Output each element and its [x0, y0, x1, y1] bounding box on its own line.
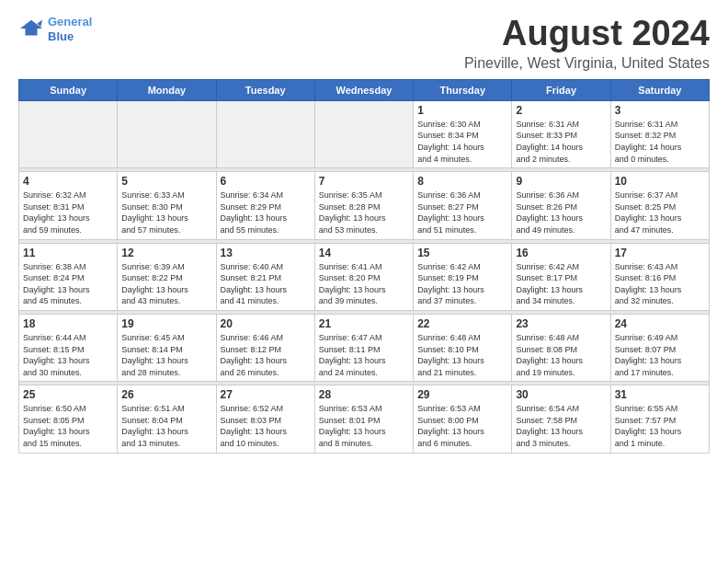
day-info: Sunrise: 6:36 AMSunset: 8:27 PMDaylight:…: [417, 190, 507, 236]
day-info: Sunrise: 6:33 AMSunset: 8:30 PMDaylight:…: [121, 190, 211, 236]
day-number: 17: [615, 247, 705, 259]
calendar-cell: 27Sunrise: 6:52 AMSunset: 8:03 PMDayligh…: [216, 385, 314, 453]
day-info: Sunrise: 6:42 AMSunset: 8:17 PMDaylight:…: [516, 261, 606, 307]
logo-line1: General: [48, 15, 92, 29]
calendar-cell: 19Sunrise: 6:45 AMSunset: 8:14 PMDayligh…: [118, 314, 216, 381]
day-number: 15: [417, 247, 507, 259]
day-number: 6: [221, 175, 311, 188]
page-header: General Blue August 2024 Pineville, West…: [18, 15, 710, 72]
day-number: 21: [319, 317, 409, 330]
logo-bird-icon: [18, 17, 44, 42]
day-info: Sunrise: 6:31 AMSunset: 8:32 PMDaylight:…: [615, 119, 705, 165]
day-number: 5: [121, 175, 211, 188]
calendar-cell: 16Sunrise: 6:42 AMSunset: 8:17 PMDayligh…: [512, 243, 610, 310]
logo-text: General Blue: [48, 15, 92, 43]
calendar-cell: 5Sunrise: 6:33 AMSunset: 8:30 PMDaylight…: [118, 172, 216, 239]
calendar-cell: 30Sunrise: 6:54 AMSunset: 7:58 PMDayligh…: [512, 385, 610, 453]
day-number: 1: [417, 104, 507, 117]
calendar-table: SundayMondayTuesdayWednesdayThursdayFrid…: [18, 79, 710, 454]
day-info: Sunrise: 6:50 AMSunset: 8:05 PMDaylight:…: [23, 403, 113, 449]
day-number: 31: [615, 388, 705, 401]
day-info: Sunrise: 6:32 AMSunset: 8:31 PMDaylight:…: [23, 190, 113, 236]
calendar-cell: 23Sunrise: 6:48 AMSunset: 8:08 PMDayligh…: [512, 314, 610, 381]
calendar-cell: 15Sunrise: 6:42 AMSunset: 8:19 PMDayligh…: [414, 243, 512, 310]
day-info: Sunrise: 6:49 AMSunset: 8:07 PMDaylight:…: [615, 332, 705, 378]
day-number: 9: [516, 175, 606, 188]
weekday-header-saturday: Saturday: [610, 79, 709, 100]
day-number: 3: [615, 104, 705, 117]
calendar-cell: 7Sunrise: 6:35 AMSunset: 8:28 PMDaylight…: [314, 172, 413, 239]
day-info: Sunrise: 6:48 AMSunset: 8:08 PMDaylight:…: [516, 332, 606, 378]
day-info: Sunrise: 6:54 AMSunset: 7:58 PMDaylight:…: [516, 403, 606, 449]
day-info: Sunrise: 6:53 AMSunset: 8:01 PMDaylight:…: [319, 403, 409, 449]
day-info: Sunrise: 6:34 AMSunset: 8:29 PMDaylight:…: [221, 190, 311, 236]
day-number: 28: [319, 388, 409, 401]
calendar-cell: 28Sunrise: 6:53 AMSunset: 8:01 PMDayligh…: [314, 385, 413, 453]
day-number: 13: [221, 247, 311, 259]
day-number: 29: [417, 388, 507, 401]
calendar-cell: [118, 100, 216, 167]
day-info: Sunrise: 6:45 AMSunset: 8:14 PMDaylight:…: [121, 332, 211, 378]
logo: General Blue: [18, 15, 92, 43]
day-info: Sunrise: 6:43 AMSunset: 8:16 PMDaylight:…: [615, 261, 705, 307]
day-number: 12: [121, 247, 211, 259]
day-info: Sunrise: 6:31 AMSunset: 8:33 PMDaylight:…: [516, 119, 606, 165]
day-number: 20: [221, 317, 311, 330]
day-info: Sunrise: 6:30 AMSunset: 8:34 PMDaylight:…: [417, 119, 507, 165]
day-info: Sunrise: 6:47 AMSunset: 8:11 PMDaylight:…: [319, 332, 409, 378]
day-info: Sunrise: 6:46 AMSunset: 8:12 PMDaylight:…: [221, 332, 311, 378]
day-number: 27: [221, 388, 311, 401]
day-info: Sunrise: 6:42 AMSunset: 8:19 PMDaylight:…: [417, 261, 507, 307]
day-number: 24: [615, 317, 705, 330]
calendar-cell: 2Sunrise: 6:31 AMSunset: 8:33 PMDaylight…: [512, 100, 610, 167]
calendar-cell: 21Sunrise: 6:47 AMSunset: 8:11 PMDayligh…: [314, 314, 413, 381]
day-info: Sunrise: 6:55 AMSunset: 7:57 PMDaylight:…: [615, 403, 705, 449]
calendar-cell: [216, 100, 314, 167]
day-number: 4: [23, 175, 113, 188]
day-number: 18: [23, 317, 113, 330]
day-number: 16: [516, 247, 606, 259]
weekday-header-wednesday: Wednesday: [314, 79, 413, 100]
day-number: 11: [23, 247, 113, 259]
day-info: Sunrise: 6:36 AMSunset: 8:26 PMDaylight:…: [516, 190, 606, 236]
calendar-cell: 18Sunrise: 6:44 AMSunset: 8:15 PMDayligh…: [19, 314, 118, 381]
day-info: Sunrise: 6:48 AMSunset: 8:10 PMDaylight:…: [417, 332, 507, 378]
day-number: 7: [319, 175, 409, 188]
title-area: August 2024 Pineville, West Virginia, Un…: [464, 15, 710, 72]
weekday-header-monday: Monday: [118, 79, 216, 100]
calendar-cell: 25Sunrise: 6:50 AMSunset: 8:05 PMDayligh…: [19, 385, 118, 453]
day-info: Sunrise: 6:38 AMSunset: 8:24 PMDaylight:…: [23, 261, 113, 307]
day-number: 10: [615, 175, 705, 188]
logo-line2: Blue: [48, 29, 74, 43]
calendar-cell: 17Sunrise: 6:43 AMSunset: 8:16 PMDayligh…: [610, 243, 709, 310]
calendar-cell: 26Sunrise: 6:51 AMSunset: 8:04 PMDayligh…: [118, 385, 216, 453]
calendar-cell: 9Sunrise: 6:36 AMSunset: 8:26 PMDaylight…: [512, 172, 610, 239]
location-title: Pineville, West Virginia, United States: [464, 55, 710, 72]
day-number: 8: [417, 175, 507, 188]
month-title: August 2024: [464, 15, 710, 53]
calendar-cell: 10Sunrise: 6:37 AMSunset: 8:25 PMDayligh…: [610, 172, 709, 239]
day-number: 25: [23, 388, 113, 401]
calendar-cell: 22Sunrise: 6:48 AMSunset: 8:10 PMDayligh…: [414, 314, 512, 381]
day-info: Sunrise: 6:44 AMSunset: 8:15 PMDaylight:…: [23, 332, 113, 378]
day-number: 2: [516, 104, 606, 117]
day-info: Sunrise: 6:53 AMSunset: 8:00 PMDaylight:…: [417, 403, 507, 449]
calendar-cell: [19, 100, 118, 167]
day-number: 26: [121, 388, 211, 401]
calendar-cell: 8Sunrise: 6:36 AMSunset: 8:27 PMDaylight…: [414, 172, 512, 239]
calendar-cell: [314, 100, 413, 167]
day-info: Sunrise: 6:35 AMSunset: 8:28 PMDaylight:…: [319, 190, 409, 236]
calendar-cell: 14Sunrise: 6:41 AMSunset: 8:20 PMDayligh…: [314, 243, 413, 310]
calendar-cell: 31Sunrise: 6:55 AMSunset: 7:57 PMDayligh…: [610, 385, 709, 453]
day-info: Sunrise: 6:39 AMSunset: 8:22 PMDaylight:…: [121, 261, 211, 307]
day-info: Sunrise: 6:37 AMSunset: 8:25 PMDaylight:…: [615, 190, 705, 236]
weekday-header-sunday: Sunday: [19, 79, 118, 100]
calendar-cell: 4Sunrise: 6:32 AMSunset: 8:31 PMDaylight…: [19, 172, 118, 239]
calendar-cell: 1Sunrise: 6:30 AMSunset: 8:34 PMDaylight…: [414, 100, 512, 167]
day-number: 22: [417, 317, 507, 330]
day-number: 30: [516, 388, 606, 401]
calendar-cell: 12Sunrise: 6:39 AMSunset: 8:22 PMDayligh…: [118, 243, 216, 310]
calendar-cell: 11Sunrise: 6:38 AMSunset: 8:24 PMDayligh…: [19, 243, 118, 310]
calendar-cell: 3Sunrise: 6:31 AMSunset: 8:32 PMDaylight…: [610, 100, 709, 167]
day-number: 19: [121, 317, 211, 330]
